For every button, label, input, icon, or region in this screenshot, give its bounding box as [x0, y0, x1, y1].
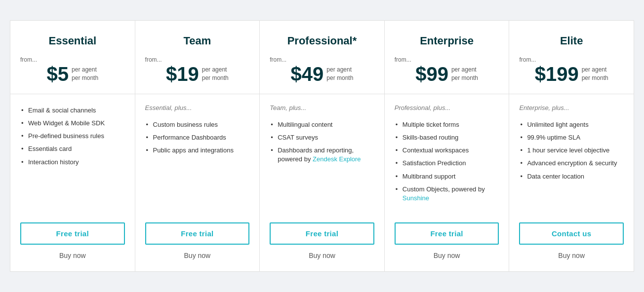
- buy-now-link[interactable]: Buy now: [395, 252, 499, 259]
- card-footer: Free trial Buy now: [385, 215, 509, 271]
- card-features: Professional, plus... Multiple ticket fo…: [385, 94, 509, 215]
- feature-item: Satisfaction Prediction: [395, 157, 499, 170]
- feature-item: Performance Dashboards: [145, 131, 250, 144]
- feature-item: Dashboards and reporting, powered by Zen…: [270, 144, 374, 166]
- card-footer: Free trial Buy now: [10, 215, 135, 271]
- feature-item: 99.9% uptime SLA: [519, 131, 624, 144]
- plan-card-elite: Elite from... $199 per agentper month En…: [509, 20, 634, 272]
- feature-list: Custom business rulesPerformance Dashboa…: [145, 118, 250, 205]
- card-features: Essential, plus... Custom business rules…: [135, 94, 260, 215]
- plan-name: Essential: [20, 35, 125, 47]
- price-amount: $5: [47, 64, 69, 84]
- from-label: from...: [20, 56, 125, 63]
- card-footer: Free trial Buy now: [135, 215, 260, 271]
- from-label: from...: [519, 56, 624, 63]
- from-label: from...: [395, 56, 499, 63]
- feature-list: Multiple ticket formsSkills-based routin…: [395, 118, 499, 205]
- free-trial-button[interactable]: Free trial: [270, 222, 374, 245]
- card-features: Enterprise, plus... Unlimited light agen…: [509, 94, 634, 215]
- feature-item: Contextual workspaces: [395, 144, 499, 157]
- price-amount: $199: [535, 64, 579, 84]
- price-desc: per agentper month: [202, 66, 229, 82]
- free-trial-button[interactable]: Free trial: [20, 222, 125, 245]
- plan-card-professional: Professional* from... $49 per agentper m…: [259, 20, 384, 272]
- feature-item: Custom business rules: [145, 118, 250, 131]
- price-amount: $49: [291, 64, 324, 84]
- plan-name: Elite: [519, 35, 624, 47]
- feature-list: Unlimited light agents99.9% uptime SLA1 …: [519, 118, 624, 205]
- price-row: $49 per agentper month: [270, 64, 374, 84]
- from-label: from...: [270, 56, 374, 63]
- feature-link[interactable]: Zendesk Explore: [313, 155, 361, 163]
- contact-us-button[interactable]: Contact us: [519, 222, 624, 245]
- price-desc: per agentper month: [326, 66, 353, 82]
- buy-now-link[interactable]: Buy now: [270, 252, 374, 259]
- free-trial-button[interactable]: Free trial: [145, 222, 250, 245]
- plus-label: Enterprise, plus...: [519, 104, 624, 111]
- price-amount: $19: [166, 64, 199, 84]
- feature-item: Interaction history: [20, 156, 125, 169]
- feature-item: Skills-based routing: [395, 131, 499, 144]
- plan-card-essential: Essential from... $5 per agentper month …: [10, 20, 135, 272]
- from-label: from...: [145, 56, 250, 63]
- price-desc: per agentper month: [582, 66, 608, 82]
- price-desc: per agentper month: [72, 66, 98, 82]
- feature-item: Web Widget & Mobile SDK: [20, 117, 125, 130]
- card-header: Essential from... $5 per agentper month: [10, 21, 135, 94]
- feature-item: Public apps and integrations: [145, 144, 250, 157]
- feature-item: CSAT surveys: [270, 131, 374, 144]
- price-desc: per agentper month: [451, 66, 478, 82]
- free-trial-button[interactable]: Free trial: [395, 222, 499, 245]
- price-amount: $99: [415, 64, 448, 84]
- card-footer: Free trial Buy now: [260, 215, 384, 271]
- card-header: Team from... $19 per agentper month: [135, 21, 260, 94]
- feature-list: Email & social channelsWeb Widget & Mobi…: [20, 104, 125, 205]
- price-row: $5 per agentper month: [20, 64, 125, 84]
- feature-item: 1 hour service level objective: [519, 144, 624, 157]
- card-header: Professional* from... $49 per agentper m…: [260, 21, 384, 94]
- feature-item: Essentials card: [20, 143, 125, 155]
- feature-item: Custom Objects, powered by Sunshine: [395, 183, 499, 205]
- card-features: Team, plus... Multilingual contentCSAT s…: [260, 94, 384, 215]
- plus-label: Team, plus...: [270, 104, 374, 111]
- buy-now-link[interactable]: Buy now: [145, 252, 250, 259]
- card-features: Email & social channelsWeb Widget & Mobi…: [10, 94, 135, 215]
- plus-label: Professional, plus...: [395, 104, 499, 111]
- feature-item: Unlimited light agents: [519, 118, 624, 131]
- feature-item: Multibrand support: [395, 170, 499, 183]
- buy-now-link[interactable]: Buy now: [519, 252, 624, 259]
- card-header: Elite from... $199 per agentper month: [509, 21, 634, 94]
- feature-link[interactable]: Sunshine: [402, 194, 429, 202]
- plan-name: Enterprise: [395, 35, 499, 47]
- feature-item: Multiple ticket forms: [395, 118, 499, 131]
- plus-label: Essential, plus...: [145, 104, 250, 111]
- card-header: Enterprise from... $99 per agentper mont…: [385, 21, 509, 94]
- price-row: $199 per agentper month: [519, 64, 624, 84]
- plan-card-team: Team from... $19 per agentper month Esse…: [135, 20, 260, 272]
- feature-item: Pre-defined business rules: [20, 130, 125, 143]
- feature-item: Advanced encryption & security: [519, 157, 624, 170]
- price-row: $19 per agentper month: [145, 64, 250, 84]
- feature-list: Multilingual contentCSAT surveysDashboar…: [270, 118, 374, 205]
- plan-name: Professional*: [270, 35, 374, 47]
- feature-item: Multilingual content: [270, 118, 374, 131]
- plan-name: Team: [145, 35, 250, 47]
- plan-card-enterprise: Enterprise from... $99 per agentper mont…: [384, 20, 509, 272]
- feature-item: Email & social channels: [20, 104, 125, 117]
- buy-now-link[interactable]: Buy now: [20, 252, 125, 259]
- pricing-container: Essential from... $5 per agentper month …: [10, 20, 634, 272]
- card-footer: Contact us Buy now: [509, 215, 634, 271]
- price-row: $99 per agentper month: [395, 64, 499, 84]
- feature-item: Data center location: [519, 170, 624, 183]
